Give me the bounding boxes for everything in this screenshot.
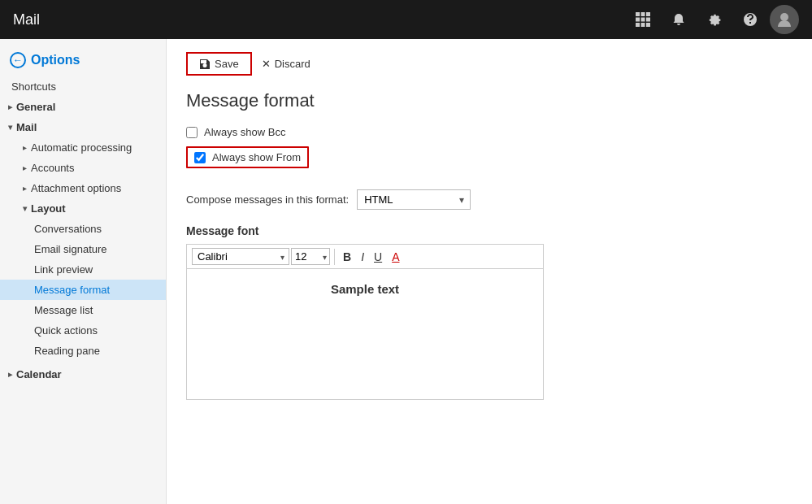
sidebar-item-attachment-options[interactable]: ▸ Attachment options xyxy=(0,178,166,198)
calendar-arrow: ▸ xyxy=(8,370,12,379)
options-header[interactable]: ← Options xyxy=(0,46,166,76)
compose-format-label: Compose messages in this format: xyxy=(186,193,349,206)
sidebar-item-message-list[interactable]: Message list xyxy=(0,300,166,320)
bold-button[interactable]: B xyxy=(339,249,355,265)
quick-actions-label: Quick actions xyxy=(34,324,98,337)
sidebar-item-shortcuts[interactable]: Shortcuts xyxy=(0,76,166,97)
shortcuts-label: Shortcuts xyxy=(11,80,56,93)
sidebar-item-mail[interactable]: ▾ Mail xyxy=(0,117,166,137)
options-label: Options xyxy=(31,53,80,67)
svg-rect-0 xyxy=(636,12,640,16)
bell-icon[interactable] xyxy=(662,3,695,36)
svg-rect-3 xyxy=(636,18,640,22)
general-arrow: ▸ xyxy=(8,102,12,111)
toolbar: Save ✕ Discard xyxy=(186,52,792,76)
svg-rect-6 xyxy=(636,23,640,27)
font-size-select-wrapper: 8 10 12 14 16 xyxy=(291,248,330,265)
auto-arrow: ▸ xyxy=(23,143,27,152)
save-button[interactable]: Save xyxy=(186,52,252,76)
svg-point-9 xyxy=(780,13,788,21)
sample-text: Sample text xyxy=(331,282,399,296)
layout-arrow: ▾ xyxy=(23,204,27,213)
question-icon[interactable] xyxy=(734,3,766,36)
font-section-title: Message font xyxy=(186,224,792,237)
save-icon xyxy=(199,59,211,70)
accounts-arrow: ▸ xyxy=(23,163,27,172)
compose-format-select[interactable]: HTML Plain text xyxy=(357,189,471,210)
topbar: Mail xyxy=(0,0,812,39)
link-preview-label: Link preview xyxy=(34,263,93,276)
svg-rect-2 xyxy=(646,12,650,16)
compose-format-select-wrapper: HTML Plain text xyxy=(357,189,471,210)
font-toolbar: Calibri Arial Times New Roman 8 10 12 14… xyxy=(187,245,543,269)
app-title: Mail xyxy=(13,11,627,28)
font-toolbar-divider xyxy=(334,249,335,265)
always-show-bcc-row: Always show Bcc xyxy=(186,126,792,138)
page-title: Message format xyxy=(186,90,792,111)
sidebar: ← Options Shortcuts ▸ General ▾ Mail ▸ A… xyxy=(0,39,167,504)
email-sig-label: Email signature xyxy=(34,243,107,255)
content-area: Save ✕ Discard Message format Always sho… xyxy=(167,39,812,504)
msg-format-label: Message format xyxy=(34,284,110,296)
discard-icon: ✕ xyxy=(262,58,271,70)
save-label: Save xyxy=(215,58,239,70)
back-icon: ← xyxy=(10,52,26,68)
msg-list-label: Message list xyxy=(34,304,93,316)
gear-icon[interactable] xyxy=(698,3,731,36)
always-show-from-label[interactable]: Always show From xyxy=(212,151,301,163)
main-area: ← Options Shortcuts ▸ General ▾ Mail ▸ A… xyxy=(0,39,812,504)
font-preview-area: Sample text xyxy=(187,269,543,399)
attach-label: Attachment options xyxy=(31,182,121,194)
accounts-label: Accounts xyxy=(31,162,74,174)
conversations-label: Conversations xyxy=(34,223,102,235)
sidebar-item-reading-pane[interactable]: Reading pane xyxy=(0,341,166,361)
sidebar-item-message-format[interactable]: Message format xyxy=(0,280,166,300)
topbar-icons xyxy=(627,3,799,36)
compose-format-row: Compose messages in this format: HTML Pl… xyxy=(186,189,792,210)
sidebar-item-email-signature[interactable]: Email signature xyxy=(0,239,166,259)
always-show-bcc-checkbox[interactable] xyxy=(186,127,198,138)
layout-label: Layout xyxy=(31,202,66,215)
font-name-select[interactable]: Calibri Arial Times New Roman xyxy=(192,248,289,265)
sidebar-item-conversations[interactable]: Conversations xyxy=(0,219,166,239)
svg-rect-1 xyxy=(641,12,645,16)
always-show-bcc-label[interactable]: Always show Bcc xyxy=(204,126,285,138)
svg-rect-5 xyxy=(646,18,650,22)
mail-label: Mail xyxy=(16,121,37,133)
discard-button[interactable]: ✕ Discard xyxy=(262,58,310,70)
underline-button[interactable]: U xyxy=(370,249,386,265)
sidebar-item-link-preview[interactable]: Link preview xyxy=(0,259,166,280)
sidebar-item-general[interactable]: ▸ General xyxy=(0,97,166,117)
mail-arrow: ▾ xyxy=(8,123,12,132)
font-name-select-wrapper: Calibri Arial Times New Roman xyxy=(192,248,289,265)
italic-button[interactable]: I xyxy=(357,249,368,265)
sidebar-item-accounts[interactable]: ▸ Accounts xyxy=(0,158,166,178)
sidebar-item-layout[interactable]: ▾ Layout xyxy=(0,198,166,219)
svg-rect-8 xyxy=(646,23,650,27)
sidebar-item-calendar[interactable]: ▸ Calendar xyxy=(0,364,166,385)
svg-rect-4 xyxy=(641,18,645,22)
svg-rect-7 xyxy=(641,23,645,27)
always-show-from-row: Always show From xyxy=(186,146,309,168)
grid-icon[interactable] xyxy=(627,3,659,36)
sidebar-item-automatic-processing[interactable]: ▸ Automatic processing xyxy=(0,137,166,158)
font-size-select[interactable]: 8 10 12 14 16 xyxy=(291,248,330,265)
discard-label: Discard xyxy=(275,58,310,70)
font-editor: Calibri Arial Times New Roman 8 10 12 14… xyxy=(186,244,544,400)
attach-arrow: ▸ xyxy=(23,184,27,193)
auto-label: Automatic processing xyxy=(31,141,132,154)
sidebar-item-quick-actions[interactable]: Quick actions xyxy=(0,320,166,341)
calendar-label: Calendar xyxy=(16,368,62,380)
font-color-button[interactable]: A xyxy=(388,249,403,265)
avatar[interactable] xyxy=(770,5,799,34)
always-show-from-checkbox[interactable] xyxy=(194,152,206,163)
reading-pane-label: Reading pane xyxy=(34,345,100,357)
general-label: General xyxy=(16,101,55,113)
